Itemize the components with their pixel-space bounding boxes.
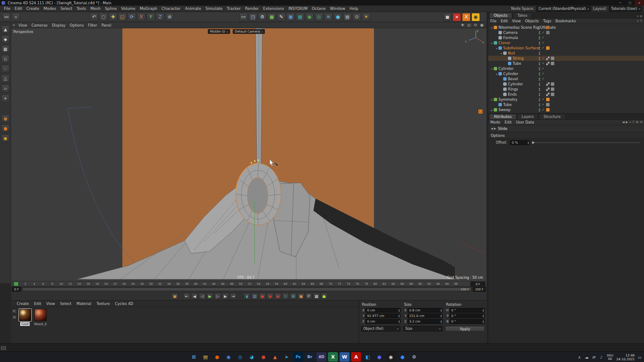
- object-row[interactable]: ▾Nikomedias Scene Rig Ultimate: [488, 25, 644, 30]
- tag-icon[interactable]: [546, 57, 550, 60]
- enable-state-icon[interactable]: ✓: [541, 103, 545, 106]
- range-end-field[interactable]: 100 F: [473, 287, 486, 292]
- history-forward-icon[interactable]: ▶: [494, 127, 496, 130]
- visibility-dot[interactable]: [539, 64, 540, 65]
- brave-taskbar-icon[interactable]: ▲: [270, 352, 280, 362]
- prev-key-button[interactable]: ◀: [191, 293, 198, 299]
- menu-modes[interactable]: Modes: [41, 6, 58, 11]
- object-row[interactable]: ▾Cloner✓: [488, 40, 644, 45]
- visibility-dot[interactable]: [539, 38, 540, 39]
- position-x-field[interactable]: 0 cm▲▼: [365, 308, 401, 313]
- range-slider[interactable]: 100 F: [22, 287, 472, 291]
- excel-taskbar-icon[interactable]: X: [328, 352, 338, 362]
- menu-file[interactable]: File: [2, 6, 12, 11]
- volume-icon[interactable]: ●: [334, 13, 342, 21]
- rotation-b-field[interactable]: 0 °▲▼: [450, 319, 485, 324]
- orange-shader-icon[interactable]: ●: [1, 124, 9, 133]
- visibility-dots[interactable]: [539, 88, 540, 91]
- history-back-icon[interactable]: ◀: [491, 127, 493, 130]
- record-position-toggle[interactable]: ◉: [267, 293, 273, 299]
- visibility-dots[interactable]: [539, 98, 540, 101]
- visibility-dot[interactable]: [539, 110, 540, 112]
- object-row[interactable]: String×: [488, 56, 644, 61]
- toggle-view-icon[interactable]: ▣: [479, 23, 485, 27]
- viewport-menu-cameras[interactable]: Cameras: [29, 23, 50, 27]
- quantize-toggle[interactable]: ▦: [313, 293, 320, 299]
- tag-icon[interactable]: [551, 82, 554, 86]
- visibility-dot[interactable]: [539, 42, 540, 43]
- cinema4d-taskbar-icon[interactable]: 4D: [316, 352, 326, 362]
- rotation-p-field[interactable]: 0 °▲▼: [450, 314, 485, 318]
- octane-x-icon[interactable]: ×: [453, 13, 461, 21]
- visibility-dot[interactable]: [539, 31, 540, 33]
- expander-icon[interactable]: ▾: [499, 52, 503, 55]
- default-camera-pill[interactable]: Default Camera▾: [233, 29, 265, 34]
- visibility-dots[interactable]: [539, 62, 540, 65]
- spinner[interactable]: ▲▼: [483, 314, 484, 318]
- viewport-view-label[interactable]: Perspective: [13, 30, 33, 34]
- irr-toggle[interactable]: IRR: [2, 13, 11, 21]
- visibility-dot[interactable]: [539, 62, 540, 63]
- prev-frame-button[interactable]: ◁: [199, 293, 206, 299]
- telegram-taskbar-icon[interactable]: ➤: [282, 352, 292, 362]
- om-menu-file[interactable]: File: [488, 19, 498, 23]
- polygons-mode-icon[interactable]: ▱: [1, 84, 9, 93]
- middle-gi-pill[interactable]: Middle GI▾: [208, 29, 230, 34]
- menu-octane[interactable]: Octane: [310, 6, 328, 11]
- menu-help[interactable]: Help: [347, 6, 361, 11]
- spinner-down-icon[interactable]: ▼: [398, 322, 400, 323]
- dynamics-icon[interactable]: ◎: [315, 13, 323, 21]
- enable-state-icon[interactable]: ✓: [541, 41, 545, 45]
- size-z-field[interactable]: 3.2 cm▲▼: [407, 319, 443, 324]
- gold-badge-icon[interactable]: ◉: [1, 134, 9, 142]
- visibility-dots[interactable]: [539, 93, 540, 96]
- tag-icon[interactable]: [546, 62, 550, 65]
- safari-taskbar-icon[interactable]: ◎: [235, 352, 245, 362]
- volume-icon[interactable]: ♪: [599, 354, 604, 361]
- om-menu-tags[interactable]: Tags: [541, 19, 553, 23]
- visibility-dot[interactable]: [539, 83, 540, 84]
- start-taskbar-icon[interactable]: ⊞: [189, 352, 199, 362]
- menu-render[interactable]: Render: [243, 6, 261, 11]
- visibility-dot[interactable]: [539, 88, 540, 89]
- tag-icon[interactable]: [546, 103, 550, 106]
- visibility-dots[interactable]: [539, 36, 540, 39]
- goto-end-button[interactable]: ⇥: [230, 293, 237, 299]
- scene-camera-icon[interactable]: ⊙: [352, 13, 361, 21]
- offset-slider[interactable]: [532, 141, 641, 145]
- attr-forward-icon[interactable]: ▶: [626, 121, 628, 124]
- node-space-select[interactable]: Current (Standard/Physical) ▾: [536, 6, 591, 12]
- viewport-burger-icon[interactable]: ≡: [11, 23, 16, 27]
- spinner-down-icon[interactable]: ▼: [483, 311, 484, 312]
- object-row[interactable]: Formula✓: [488, 35, 644, 40]
- explorer-taskbar-icon[interactable]: ▤: [200, 352, 210, 362]
- render-view-icon[interactable]: ▭: [239, 13, 248, 21]
- attr-layout-icon[interactable]: ⊞: [636, 121, 638, 124]
- size-dropdown[interactable]: Size ▾: [403, 326, 443, 332]
- visibility-dot[interactable]: [539, 59, 540, 60]
- menu-create[interactable]: Create: [24, 6, 42, 11]
- visibility-dot[interactable]: [539, 93, 540, 94]
- obs-taskbar-icon[interactable]: ◉: [386, 352, 396, 362]
- make-editable-icon[interactable]: ▲: [1, 25, 9, 33]
- tab-layers[interactable]: Layers: [517, 114, 538, 119]
- material-menu-texture[interactable]: Texture: [94, 302, 112, 306]
- corner-widget[interactable]: [1, 346, 6, 350]
- attr-filter-icon[interactable]: ▽: [632, 121, 635, 124]
- spinner[interactable]: ▲▼: [440, 320, 442, 323]
- tray-expand-icon[interactable]: ∧: [577, 354, 582, 361]
- spinner[interactable]: ▲▼: [440, 309, 442, 312]
- om-menu-edit[interactable]: Edit: [498, 19, 510, 23]
- menu-mesh[interactable]: Mesh: [88, 6, 103, 11]
- viewport-menu-view[interactable]: View: [16, 23, 29, 27]
- bridge-taskbar-icon[interactable]: Br: [305, 352, 315, 362]
- snap-toggle[interactable]: ⊞: [290, 293, 297, 299]
- vscode-taskbar-icon[interactable]: ◧: [363, 352, 373, 362]
- tag-icon[interactable]: [546, 87, 550, 91]
- expander-icon[interactable]: ▸: [490, 109, 494, 112]
- attr-pick-icon[interactable]: ⌖: [629, 121, 631, 124]
- apply-button[interactable]: Apply: [445, 326, 485, 332]
- object-row[interactable]: ▸Sweep✓: [488, 107, 644, 112]
- visibility-dot[interactable]: [539, 109, 540, 110]
- menu-animate[interactable]: Animate: [183, 6, 204, 11]
